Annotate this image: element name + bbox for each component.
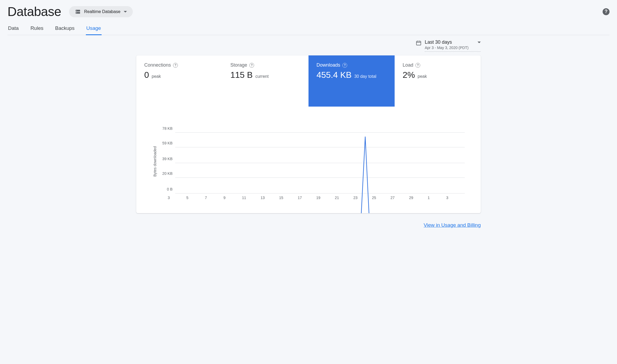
info-icon[interactable]: ? xyxy=(415,63,420,68)
info-icon[interactable]: ? xyxy=(173,63,178,68)
metric-storage[interactable]: Storage?115 Bcurrent xyxy=(222,55,308,107)
tab-data[interactable]: Data xyxy=(7,23,19,35)
tabs: Data Rules Backups Usage xyxy=(7,23,610,35)
metric-label: Load xyxy=(403,62,413,68)
info-icon[interactable]: ? xyxy=(249,63,254,68)
tab-rules[interactable]: Rules xyxy=(30,23,44,35)
page-title: Database xyxy=(7,4,61,19)
metric-downloads[interactable]: Downloads?455.4 KB30 day total xyxy=(308,55,395,107)
tab-usage[interactable]: Usage xyxy=(86,23,102,35)
metric-sublabel: peak xyxy=(418,74,427,79)
view-in-usage-and-billing-link[interactable]: View in Usage and Billing xyxy=(424,222,481,228)
ytick: 0 B xyxy=(167,187,173,191)
date-range-label: Last 30 days xyxy=(425,39,452,45)
metric-sublabel: current xyxy=(255,74,269,79)
svg-rect-4 xyxy=(416,41,421,45)
date-range-subtitle: Apr 3 - May 3, 2020 (PDT) xyxy=(425,46,481,50)
metric-value: 455.4 KB xyxy=(316,70,352,80)
metric-sublabel: peak xyxy=(152,74,161,79)
usage-card: Connections?0peakStorage?115 BcurrentDow… xyxy=(136,55,481,213)
metrics-row: Connections?0peakStorage?115 BcurrentDow… xyxy=(136,55,481,107)
ytick: 78 KB xyxy=(162,126,173,131)
metric-sublabel: 30 day total xyxy=(354,74,376,79)
database-stack-icon xyxy=(75,9,81,15)
chevron-down-icon xyxy=(124,11,127,13)
metric-value: 115 B xyxy=(230,70,253,80)
chart-ylabel: Bytes downloaded xyxy=(151,130,159,193)
info-icon[interactable]: ? xyxy=(342,63,347,68)
downloads-chart: Bytes downloaded 0 B20 KB39 KB59 KB78 KB… xyxy=(136,107,481,213)
metric-label: Downloads xyxy=(316,62,340,68)
chevron-down-icon xyxy=(478,42,481,43)
metric-load[interactable]: Load?2%peak xyxy=(395,55,481,107)
calendar-icon xyxy=(416,39,422,47)
ytick: 39 KB xyxy=(162,157,173,161)
metric-value: 0 xyxy=(144,70,149,80)
metric-value: 2% xyxy=(403,70,415,80)
metric-label: Connections xyxy=(144,62,171,68)
date-range-selector[interactable]: Last 30 days Apr 3 - May 3, 2020 (PDT) xyxy=(425,39,481,52)
svg-point-3 xyxy=(76,13,77,13)
svg-point-2 xyxy=(76,10,77,11)
help-icon[interactable]: ? xyxy=(603,8,610,15)
tab-backups[interactable]: Backups xyxy=(55,23,75,35)
database-selector-label: Realtime Database xyxy=(84,9,120,14)
metric-connections[interactable]: Connections?0peak xyxy=(136,55,222,107)
ytick: 59 KB xyxy=(162,141,173,145)
metric-label: Storage xyxy=(230,62,247,68)
database-selector[interactable]: Realtime Database xyxy=(69,6,133,17)
ytick: 20 KB xyxy=(162,171,173,176)
